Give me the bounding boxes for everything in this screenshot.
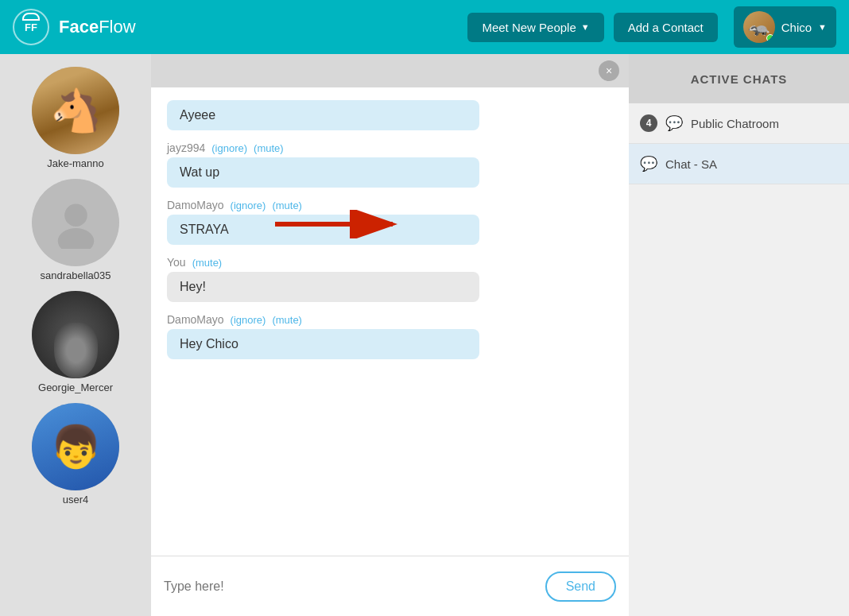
logo-icon: FF bbox=[13, 9, 49, 45]
add-contact-label: Add a Contact bbox=[628, 21, 704, 34]
right-panel: ACTIVE CHATS 4 💬 Public Chatroom 💬 Chat … bbox=[629, 54, 849, 616]
message-bubble: Wat up bbox=[167, 157, 479, 188]
ignore-link[interactable]: (ignore) bbox=[211, 142, 247, 154]
avatar-sandrabella035 bbox=[32, 179, 119, 266]
chat-bubble-icon-sa: 💬 bbox=[640, 155, 657, 172]
message-block: DamoMayo (ignore) (mute) STRAYA bbox=[167, 199, 613, 245]
close-chat-button[interactable]: × bbox=[599, 60, 619, 81]
ignore-link[interactable]: (ignore) bbox=[231, 314, 266, 326]
main-layout: Jake-manno sandrabella035 Georgie_Mercer bbox=[0, 54, 849, 616]
contact-sandrabella035[interactable]: sandrabella035 bbox=[32, 179, 119, 281]
chevron-down-icon: ▼ bbox=[581, 22, 590, 32]
mute-link[interactable]: (mute) bbox=[272, 314, 302, 326]
message-bubble: STRAYA bbox=[167, 215, 479, 245]
mute-link[interactable]: (mute) bbox=[272, 200, 302, 211]
message-sender: DamoMayo (ignore) (mute) bbox=[167, 199, 613, 211]
close-icon: × bbox=[606, 64, 612, 77]
contact-name-sandrabella035: sandrabella035 bbox=[41, 269, 111, 281]
chat-list-item-sa[interactable]: 💬 Chat - SA bbox=[629, 144, 849, 184]
online-status-dot bbox=[766, 34, 774, 42]
message-sender: jayz994 (ignore) (mute) bbox=[167, 141, 613, 154]
message-block: jayz994 (ignore) (mute) Wat up bbox=[167, 141, 613, 188]
send-label: Send bbox=[566, 579, 595, 593]
chat-area: × Ayeee jayz994 (ignore) (mute) Wat up bbox=[151, 54, 629, 616]
active-chats-title: ACTIVE CHATS bbox=[691, 72, 788, 86]
ignore-link[interactable]: (ignore) bbox=[231, 200, 266, 211]
avatar-user4 bbox=[32, 403, 119, 490]
chat-input-area: Send bbox=[151, 556, 629, 616]
sender-name: DamoMayo bbox=[167, 199, 224, 211]
avatar-georgie-mercer bbox=[32, 291, 119, 378]
chat-list-item-public[interactable]: 4 💬 Public Chatroom bbox=[629, 103, 849, 144]
sender-name: You bbox=[167, 256, 186, 269]
contact-user4[interactable]: user4 bbox=[32, 403, 119, 506]
chat-top-bar: × bbox=[151, 54, 629, 87]
contact-georgie-mercer[interactable]: Georgie_Mercer bbox=[32, 291, 119, 393]
chat-bubble-icon: 💬 bbox=[665, 114, 683, 132]
mute-link[interactable]: (mute) bbox=[192, 257, 223, 269]
user-name: Chico bbox=[781, 21, 812, 34]
message-bubble-own: Hey! bbox=[167, 272, 479, 302]
message-bubble: Hey Chico bbox=[167, 329, 479, 359]
chat-messages: Ayeee jayz994 (ignore) (mute) Wat up Dam… bbox=[151, 87, 629, 556]
mute-link[interactable]: (mute) bbox=[254, 142, 284, 154]
avatar-jake-manno bbox=[32, 67, 119, 154]
meet-btn-label: Meet New People bbox=[482, 21, 576, 34]
add-contact-button[interactable]: Add a Contact bbox=[614, 13, 718, 42]
chat-item-name-sa: Chat - SA bbox=[665, 157, 717, 171]
chat-badge: 4 bbox=[640, 114, 657, 132]
meet-new-people-button[interactable]: Meet New People ▼ bbox=[467, 13, 603, 42]
message-bubble: Ayeee bbox=[167, 100, 479, 130]
contact-name-user4: user4 bbox=[63, 494, 89, 506]
user-chevron-icon: ▼ bbox=[818, 22, 827, 32]
contact-name-georgie-mercer: Georgie_Mercer bbox=[38, 382, 113, 393]
message-sender: DamoMayo (ignore) (mute) bbox=[167, 313, 613, 326]
svg-point-1 bbox=[57, 228, 94, 249]
sender-name: jayz994 bbox=[167, 141, 205, 154]
user-menu[interactable]: 🦡 Chico ▼ bbox=[734, 6, 836, 48]
message-block: You (mute) Hey! bbox=[167, 256, 613, 302]
contact-jake-manno[interactable]: Jake-manno bbox=[32, 67, 119, 169]
contact-name-jake-manno: Jake-manno bbox=[47, 157, 104, 169]
svg-point-0 bbox=[64, 203, 87, 227]
sidebar: Jake-manno sandrabella035 Georgie_Mercer bbox=[0, 54, 151, 616]
message-sender: You (mute) bbox=[167, 256, 613, 269]
send-button[interactable]: Send bbox=[545, 571, 616, 602]
message-block: DamoMayo (ignore) (mute) Hey Chico bbox=[167, 313, 613, 359]
active-chats-header: ACTIVE CHATS bbox=[629, 54, 849, 103]
sender-name: DamoMayo bbox=[167, 313, 224, 326]
logo-text: FaceFlow bbox=[59, 17, 136, 37]
message-block: Ayeee bbox=[167, 100, 613, 130]
chat-input[interactable] bbox=[164, 579, 536, 594]
header: FF FaceFlow Meet New People ▼ Add a Cont… bbox=[0, 0, 849, 54]
chat-item-name-public: Public Chatroom bbox=[691, 117, 779, 130]
avatar: 🦡 bbox=[743, 11, 775, 43]
